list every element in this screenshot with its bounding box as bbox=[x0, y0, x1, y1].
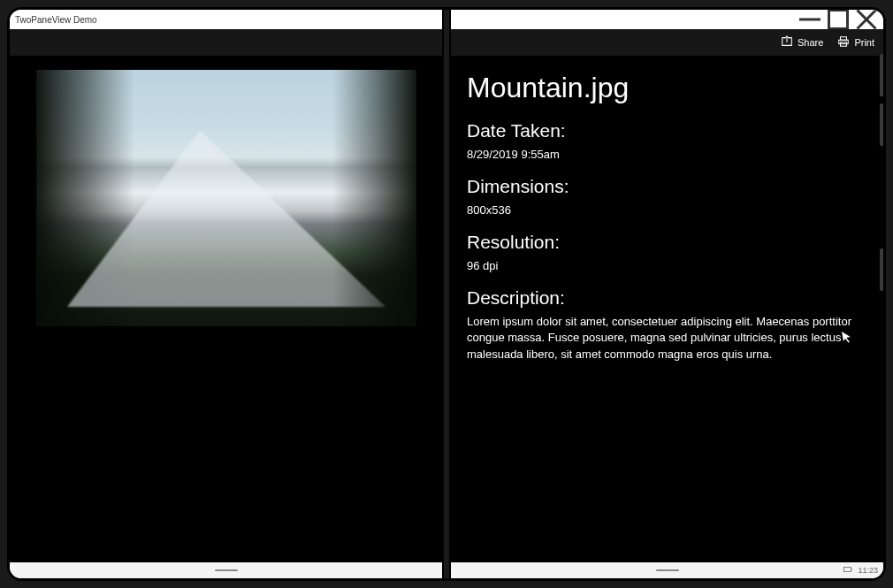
print-label: Print bbox=[854, 37, 874, 48]
print-button[interactable]: Print bbox=[837, 35, 874, 50]
close-button[interactable] bbox=[853, 11, 880, 28]
side-handle bbox=[880, 103, 883, 146]
resolution-label: Resolution: bbox=[467, 232, 867, 253]
grabber-right[interactable] bbox=[656, 569, 679, 571]
status-area: 11:23 bbox=[843, 566, 878, 575]
description-label: Description: bbox=[467, 287, 867, 309]
battery-icon bbox=[843, 566, 852, 575]
clock: 11:23 bbox=[858, 566, 878, 575]
dual-screen-device: TwoPaneView Demo bbox=[7, 7, 886, 581]
device-hinge bbox=[442, 10, 451, 578]
date-taken-label: Date Taken: bbox=[467, 120, 867, 141]
image-canvas bbox=[10, 56, 442, 562]
app-title: TwoPaneView Demo bbox=[15, 15, 97, 25]
right-pane: Share Print Mountain.jpg Date Taken: bbox=[451, 10, 883, 578]
toolbar-left bbox=[10, 29, 442, 56]
dimensions-value: 800x536 bbox=[467, 202, 867, 219]
grabber-left[interactable] bbox=[215, 569, 238, 571]
titlebar-right bbox=[451, 10, 883, 29]
description-value: Lorem ipsum dolor sit amet, consectetuer… bbox=[467, 314, 867, 364]
file-title: Mountain.jpg bbox=[467, 72, 867, 104]
left-app-body bbox=[10, 29, 442, 562]
bottom-bar-right: 11:23 bbox=[451, 562, 883, 578]
svg-rect-8 bbox=[851, 569, 852, 570]
side-handle bbox=[880, 248, 883, 291]
print-icon bbox=[837, 35, 850, 50]
minimize-button[interactable] bbox=[797, 11, 823, 28]
side-handle bbox=[880, 54, 883, 96]
side-handles-lower bbox=[880, 248, 883, 291]
left-pane: TwoPaneView Demo bbox=[10, 10, 442, 578]
dimensions-label: Dimensions: bbox=[467, 176, 867, 197]
toolbar-right: Share Print bbox=[451, 29, 883, 56]
date-taken-value: 8/29/2019 9:55am bbox=[467, 147, 867, 164]
svg-rect-1 bbox=[829, 11, 848, 29]
svg-rect-4 bbox=[841, 37, 847, 41]
bottom-bar-left bbox=[10, 562, 442, 578]
mountain-image[interactable] bbox=[36, 70, 416, 326]
titlebar-left: TwoPaneView Demo bbox=[10, 10, 442, 29]
maximize-button[interactable] bbox=[825, 11, 851, 28]
share-button[interactable]: Share bbox=[781, 35, 823, 50]
svg-rect-7 bbox=[844, 568, 851, 572]
share-icon bbox=[781, 35, 793, 50]
details-panel: Mountain.jpg Date Taken: 8/29/2019 9:55a… bbox=[451, 56, 883, 562]
right-app-body: Share Print Mountain.jpg Date Taken: bbox=[451, 29, 883, 562]
resolution-value: 96 dpi bbox=[467, 258, 867, 275]
side-handles-upper bbox=[880, 54, 883, 146]
share-label: Share bbox=[798, 37, 823, 48]
